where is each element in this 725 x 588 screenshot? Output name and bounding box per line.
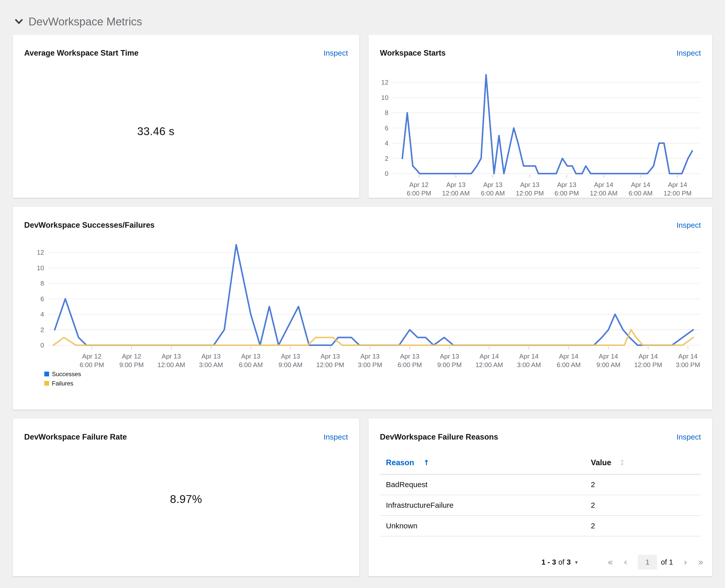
y-axis-tick-label: 0 bbox=[385, 170, 388, 177]
y-axis-tick-label: 6 bbox=[41, 295, 44, 303]
per-page-menu-toggle[interactable]: 1 - 3 of 3 ▾ bbox=[542, 558, 578, 566]
y-axis-tick-label: 8 bbox=[385, 109, 388, 117]
card-workspace-starts: Workspace Starts Inspect 024681012Apr 12… bbox=[368, 35, 712, 198]
legend-swatch-failures-icon bbox=[44, 381, 49, 386]
y-axis-tick-label: 2 bbox=[385, 155, 388, 162]
section-header: DevWorkspace Metrics bbox=[13, 15, 712, 29]
y-axis-tick-label: 0 bbox=[41, 341, 44, 349]
caret-down-icon: ▾ bbox=[575, 559, 578, 565]
y-axis-tick-label: 12 bbox=[381, 79, 388, 86]
x-axis-tick-label: Apr 133:00 PM bbox=[358, 353, 382, 369]
x-axis-tick-label: Apr 143:00 PM bbox=[676, 353, 700, 369]
cell-reason: InfrastructureFailure bbox=[380, 495, 585, 516]
x-axis-tick-label: Apr 126:00 PM bbox=[80, 353, 104, 369]
card-devworkspace-successes-failures: DevWorkspace Successes/Failures Inspect … bbox=[13, 207, 712, 410]
total-pages-label: of 1 bbox=[661, 558, 673, 566]
cell-reason: Unknown bbox=[380, 516, 585, 536]
table-row: InfrastructureFailure2 bbox=[380, 495, 701, 516]
legend-item-successes[interactable]: Successes bbox=[44, 370, 701, 378]
card-title: DevWorkspace Failure Rate bbox=[24, 432, 127, 442]
y-axis-tick-label: 8 bbox=[41, 279, 44, 287]
stat-value: 8.97% bbox=[170, 493, 202, 505]
sort-ascending-icon[interactable]: ↑ bbox=[423, 458, 429, 467]
chevron-down-icon[interactable] bbox=[15, 19, 23, 24]
legend-item-failures[interactable]: Failures bbox=[44, 379, 701, 388]
column-header-label[interactable]: Reason bbox=[386, 458, 414, 467]
y-axis-tick-label: 4 bbox=[41, 311, 44, 318]
table-row: BadRequest2 bbox=[380, 474, 701, 495]
table-header-row: Reason ↑ Value ↕ bbox=[380, 454, 701, 474]
inspect-link[interactable]: Inspect bbox=[677, 48, 701, 58]
cell-reason: BadRequest bbox=[380, 474, 585, 495]
page-input-group: of 1 bbox=[638, 555, 673, 570]
dashboard-page: DevWorkspace Metrics Average Workspace S… bbox=[0, 0, 725, 588]
single-stat: 8.97% bbox=[13, 442, 359, 505]
cell-value: 2 bbox=[585, 516, 701, 536]
x-axis-tick-label: Apr 139:00 AM bbox=[278, 353, 302, 369]
table-row: Unknown2 bbox=[380, 516, 701, 536]
x-axis-tick-label: Apr 1412:00 PM bbox=[634, 353, 662, 369]
card-title: Average Workspace Start Time bbox=[24, 48, 138, 58]
stat-value: 33.46 s bbox=[137, 125, 175, 138]
card-devworkspace-failure-reasons: DevWorkspace Failure Reasons Inspect Rea… bbox=[368, 419, 712, 576]
single-stat: 33.46 s bbox=[13, 58, 359, 138]
pagination: 1 - 3 of 3 ▾ « ‹ of 1 › » bbox=[380, 555, 704, 570]
first-page-button[interactable]: « bbox=[607, 558, 613, 567]
series-line-successes bbox=[55, 245, 693, 345]
current-page-input[interactable] bbox=[638, 555, 657, 570]
column-header-reason[interactable]: Reason ↑ bbox=[380, 454, 585, 474]
y-axis-tick-label: 12 bbox=[37, 249, 44, 256]
column-header-value[interactable]: Value ↕ bbox=[585, 454, 701, 474]
x-axis-tick-label: Apr 136:00 PM bbox=[555, 181, 579, 197]
next-page-button[interactable]: › bbox=[684, 558, 687, 567]
workspace-starts-chart: 024681012Apr 126:00 PMApr 1312:00 AMApr … bbox=[380, 64, 701, 197]
x-axis-tick-label: Apr 1312:00 PM bbox=[516, 181, 544, 197]
x-axis-tick-label: Apr 1412:00 PM bbox=[664, 181, 691, 197]
x-axis-tick-label: Apr 1412:00 AM bbox=[590, 181, 618, 197]
x-axis-tick-label: Apr 143:00 AM bbox=[517, 353, 541, 369]
x-axis-tick-label: Apr 136:00 PM bbox=[398, 353, 422, 369]
x-axis-tick-label: Apr 146:00 AM bbox=[629, 181, 652, 197]
inspect-link[interactable]: Inspect bbox=[677, 220, 701, 230]
inspect-link[interactable]: Inspect bbox=[323, 48, 348, 58]
cell-value: 2 bbox=[585, 474, 701, 495]
pager-nav: « ‹ of 1 › » bbox=[607, 555, 704, 570]
column-header-label[interactable]: Value bbox=[591, 458, 611, 467]
legend-label: Failures bbox=[52, 380, 73, 387]
of-label: of bbox=[558, 558, 564, 566]
x-axis-tick-label: Apr 1312:00 AM bbox=[442, 181, 470, 197]
inspect-link[interactable]: Inspect bbox=[677, 432, 701, 442]
cell-value: 2 bbox=[585, 495, 701, 516]
series-line-starts bbox=[402, 75, 692, 174]
y-axis-tick-label: 6 bbox=[385, 124, 388, 132]
x-axis-tick-label: Apr 133:00 AM bbox=[199, 353, 223, 369]
card-title: DevWorkspace Failure Reasons bbox=[380, 432, 498, 442]
sort-icon[interactable]: ↕ bbox=[619, 458, 625, 467]
legend-label: Successes bbox=[52, 371, 81, 378]
items-total-label: 3 bbox=[567, 558, 571, 566]
previous-page-button[interactable]: ‹ bbox=[624, 558, 627, 567]
y-axis-tick-label: 10 bbox=[37, 264, 44, 272]
card-title: Workspace Starts bbox=[380, 48, 446, 58]
y-axis-tick-label: 4 bbox=[385, 140, 388, 147]
x-axis-tick-label: Apr 1412:00 AM bbox=[475, 353, 503, 369]
section-title: DevWorkspace Metrics bbox=[28, 15, 142, 29]
x-axis-tick-label: Apr 129:00 PM bbox=[119, 353, 144, 369]
chart-legend: Successes Failures bbox=[44, 370, 701, 388]
x-axis-tick-label: Apr 149:00 AM bbox=[596, 353, 620, 369]
inspect-link[interactable]: Inspect bbox=[323, 432, 348, 442]
x-axis-tick-label: Apr 1312:00 PM bbox=[316, 353, 344, 369]
x-axis-tick-label: Apr 146:00 AM bbox=[557, 353, 581, 369]
items-range-label: 1 - 3 bbox=[542, 558, 556, 566]
x-axis-tick-label: Apr 139:00 PM bbox=[437, 353, 462, 369]
y-axis-tick-label: 2 bbox=[41, 326, 44, 334]
x-axis-tick-label: Apr 136:00 AM bbox=[481, 181, 505, 197]
x-axis-tick-label: Apr 1312:00 AM bbox=[157, 353, 185, 369]
last-page-button[interactable]: » bbox=[698, 558, 704, 567]
x-axis-tick-label: Apr 126:00 PM bbox=[407, 181, 431, 197]
successes-failures-chart: 024681012Apr 126:00 PMApr 129:00 PMApr 1… bbox=[24, 234, 701, 369]
x-axis-tick-label: Apr 136:00 AM bbox=[239, 353, 263, 369]
legend-swatch-successes-icon bbox=[44, 372, 49, 376]
y-axis-tick-label: 10 bbox=[381, 94, 388, 101]
card-devworkspace-failure-rate: DevWorkspace Failure Rate Inspect 8.97% bbox=[13, 419, 359, 576]
